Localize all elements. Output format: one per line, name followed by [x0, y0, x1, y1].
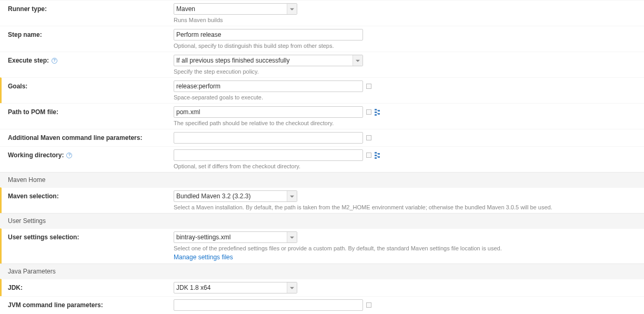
additional-params-input[interactable]: [174, 132, 363, 144]
row-step-name: Step name: Optional, specify to distingu…: [0, 26, 644, 52]
svg-line-12: [377, 153, 378, 154]
jdk-select[interactable]: JDK 1.8 x64: [174, 282, 297, 293]
execute-step-label: Execute step: ?: [8, 55, 174, 64]
user-settings-select[interactable]: bintray-settings.xml: [174, 231, 297, 243]
jdk-label: JDK:: [8, 282, 174, 291]
tree-picker-icon[interactable]: [375, 151, 382, 159]
maven-selection-label: Maven selection:: [8, 190, 174, 200]
expand-icon[interactable]: [366, 302, 371, 308]
execute-step-hint: Specify the step execution policy.: [174, 68, 644, 75]
svg-rect-2: [375, 114, 377, 116]
runner-type-select[interactable]: Maven: [174, 3, 297, 15]
row-pom-path: Path to POM file: The specified path sho…: [0, 103, 644, 129]
svg-rect-1: [375, 112, 377, 113]
row-execute-step: Execute step: ? If all previous steps fi…: [0, 52, 644, 77]
row-additional-params: Additional Maven command line parameters…: [0, 129, 644, 146]
working-dir-label: Working directory: ?: [8, 149, 174, 159]
runner-type-hint: Runs Maven builds: [174, 17, 644, 23]
section-user-settings: User Settings: [0, 213, 644, 228]
help-icon[interactable]: ?: [66, 153, 72, 158]
row-runner-type: Runner type: Maven Runs Maven builds: [0, 0, 644, 26]
working-dir-input[interactable]: [174, 149, 363, 161]
pom-path-label: Path to POM file:: [8, 106, 174, 116]
row-user-settings-selection: User settings selection: bintray-setting…: [0, 228, 644, 264]
svg-line-6: [377, 113, 378, 114]
expand-icon[interactable]: [366, 84, 371, 89]
svg-rect-7: [375, 152, 377, 154]
expand-icon[interactable]: [366, 135, 371, 140]
section-maven-home: Maven Home: [0, 172, 644, 187]
pom-path-input[interactable]: [174, 106, 363, 118]
svg-rect-4: [378, 113, 380, 115]
manage-settings-link[interactable]: Manage settings files: [174, 254, 233, 261]
step-name-label: Step name:: [8, 29, 174, 38]
svg-rect-11: [378, 156, 380, 158]
working-dir-hint: Optional, set if differs from the checko…: [174, 163, 644, 169]
additional-params-label: Additional Maven command line parameters…: [8, 132, 174, 141]
svg-rect-8: [375, 155, 377, 156]
jvm-params-input[interactable]: [174, 299, 363, 311]
maven-selection-hint: Select a Maven installation. By default,…: [174, 204, 644, 210]
help-icon[interactable]: ?: [52, 58, 57, 64]
step-name-input[interactable]: [174, 29, 363, 40]
goals-label: Goals:: [8, 80, 174, 90]
expand-icon[interactable]: [366, 109, 371, 115]
expand-icon[interactable]: [366, 153, 371, 158]
user-settings-label: User settings selection:: [8, 231, 174, 241]
row-jdk: JDK: JDK 1.8 x64: [0, 279, 644, 296]
svg-rect-0: [375, 109, 377, 110]
execute-step-select[interactable]: If all previous steps finished successfu…: [174, 55, 363, 66]
tree-picker-icon[interactable]: [375, 108, 382, 116]
svg-line-5: [377, 110, 378, 111]
svg-rect-10: [378, 153, 380, 155]
goals-hint: Space-separated goals to execute.: [174, 94, 644, 100]
runner-type-label: Runner type:: [8, 3, 174, 13]
svg-line-13: [377, 156, 378, 157]
row-jvm-params: JVM command line parameters:: [0, 296, 644, 313]
row-working-dir: Working directory: ? Optional, set if di…: [0, 146, 644, 172]
row-goals: Goals: Space-separated goals to execute.: [0, 77, 644, 103]
maven-selection-select[interactable]: Bundled Maven 3.2 (3.2.3): [174, 190, 297, 202]
user-settings-hint: Select one of the predefined settings fi…: [174, 245, 644, 251]
row-maven-selection: Maven selection: Bundled Maven 3.2 (3.2.…: [0, 187, 644, 213]
pom-path-hint: The specified path should be relative to…: [174, 120, 644, 126]
section-java-params: Java Parameters: [0, 264, 644, 279]
svg-rect-9: [375, 157, 377, 159]
goals-input[interactable]: [174, 80, 363, 92]
svg-rect-3: [378, 110, 380, 112]
step-name-hint: Optional, specify to distinguish this bu…: [174, 43, 644, 49]
jvm-params-label: JVM command line parameters:: [8, 299, 174, 309]
